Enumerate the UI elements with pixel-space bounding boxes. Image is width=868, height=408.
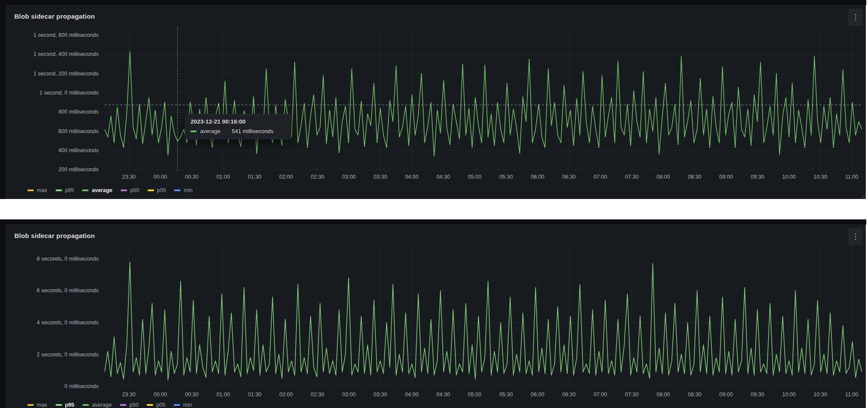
chart-svg bbox=[105, 26, 862, 173]
tooltip-value: 541 milliseconds bbox=[232, 128, 273, 134]
x-tick-label: 11:00 bbox=[839, 173, 865, 180]
x-tick-label: 10:00 bbox=[776, 391, 802, 398]
legend-item-max[interactable]: max bbox=[27, 187, 47, 193]
panel-blob-sidecar-propagation-2: Blob sidecar propagation ⋮ 8 seconds, 0 … bbox=[6, 225, 866, 408]
legend-series-swatch bbox=[27, 404, 34, 406]
legend-series-label: p05 bbox=[157, 187, 166, 193]
legend-series-swatch bbox=[82, 404, 89, 406]
plot-area[interactable]: 2023-12-21 00:16:00 average 541 millisec… bbox=[105, 26, 862, 173]
x-tick-label: 05:30 bbox=[493, 173, 519, 180]
legend-item-p05[interactable]: p05 bbox=[148, 187, 166, 193]
x-tick-label: 07:00 bbox=[587, 173, 613, 180]
legend-series-label: max bbox=[37, 402, 47, 408]
x-tick-label: 04:00 bbox=[399, 391, 425, 398]
chart-svg bbox=[105, 242, 862, 388]
kebab-menu-icon: ⋮ bbox=[852, 13, 859, 21]
x-tick-label: 01:30 bbox=[242, 173, 268, 180]
x-tick-label: 10:30 bbox=[807, 173, 833, 180]
legend-series-label: p05 bbox=[156, 402, 165, 408]
tooltip-series-swatch bbox=[191, 131, 197, 132]
y-tick-label: 6 seconds, 0 milliseconds bbox=[7, 287, 99, 294]
dashboard-row-1: Blob sidecar propagation ⋮ 1 second, 600… bbox=[0, 0, 868, 199]
legend-item-min[interactable]: min bbox=[174, 402, 192, 408]
x-tick-label: 09:30 bbox=[744, 173, 770, 180]
y-tick-label: 1 second, 600 milliseconds bbox=[7, 32, 99, 39]
y-tick-label: 0 milliseconds bbox=[7, 383, 99, 390]
x-tick-label: 06:30 bbox=[556, 173, 582, 180]
x-tick-label: 23:30 bbox=[116, 391, 142, 398]
x-tick-label: 01:00 bbox=[210, 391, 236, 398]
x-tick-label: 10:30 bbox=[807, 391, 833, 398]
x-tick-label: 08:30 bbox=[682, 173, 708, 180]
y-tick-label: 4 seconds, 0 milliseconds bbox=[7, 319, 99, 326]
legend-series-swatch bbox=[147, 404, 153, 406]
x-tick-label: 07:00 bbox=[587, 391, 613, 398]
legend-item-max[interactable]: max bbox=[27, 402, 47, 408]
x-tick-label: 02:30 bbox=[305, 173, 331, 180]
legend-item-p50[interactable]: p50 bbox=[121, 187, 139, 193]
tooltip: 2023-12-21 00:16:00 average 541 millisec… bbox=[185, 114, 291, 139]
x-tick-label: 05:30 bbox=[493, 391, 519, 398]
plot-area[interactable] bbox=[105, 242, 862, 388]
legend-series-swatch bbox=[56, 189, 62, 191]
y-tick-label: 1 second, 400 milliseconds bbox=[7, 51, 99, 58]
dashboard-background-strip bbox=[0, 219, 6, 408]
x-tick-label: 05:00 bbox=[462, 173, 488, 180]
legend-item-p50[interactable]: p50 bbox=[120, 402, 138, 408]
y-tick-label: 8 seconds, 0 milliseconds bbox=[7, 255, 99, 262]
legend-series-label: min bbox=[184, 187, 192, 193]
x-tick-label: 07:30 bbox=[619, 391, 645, 398]
legend-series-swatch bbox=[174, 404, 180, 406]
legend-series-swatch bbox=[121, 189, 127, 191]
series-line bbox=[105, 262, 862, 380]
legend-series-swatch bbox=[56, 404, 62, 406]
dashboard-background-strip bbox=[0, 0, 866, 5]
legend-item-p95[interactable]: p95 bbox=[56, 402, 75, 408]
y-tick-label: 800 milliseconds bbox=[7, 108, 99, 115]
panel-title[interactable]: Blob sidecar propagation bbox=[14, 232, 95, 239]
panel-menu-button[interactable]: ⋮ bbox=[848, 9, 863, 26]
panel-resize-handle[interactable] bbox=[861, 194, 865, 198]
legend-series-label: p50 bbox=[130, 187, 139, 193]
x-tick-label: 08:00 bbox=[650, 173, 676, 180]
legend-series-label: average bbox=[92, 187, 112, 193]
legend-item-p05[interactable]: p05 bbox=[147, 402, 165, 408]
y-tick-label: 200 milliseconds bbox=[7, 166, 99, 173]
x-tick-label: 03:00 bbox=[336, 391, 362, 398]
dashboard-background-strip bbox=[0, 0, 6, 199]
legend-series-swatch bbox=[120, 404, 126, 406]
x-tick-label: 09:30 bbox=[744, 391, 770, 398]
legend-series-swatch bbox=[27, 189, 34, 191]
x-tick-label: 08:00 bbox=[650, 391, 676, 398]
x-tick-label: 03:00 bbox=[336, 173, 362, 180]
y-tick-label: 600 milliseconds bbox=[7, 128, 99, 135]
legend: maxp95averagep50p05min bbox=[27, 186, 193, 194]
x-tick-label: 06:00 bbox=[524, 391, 550, 398]
legend-series-label: average bbox=[92, 402, 112, 408]
legend-series-swatch bbox=[174, 189, 181, 191]
legend-item-average[interactable]: average bbox=[82, 402, 112, 408]
x-tick-label: 02:00 bbox=[273, 391, 299, 398]
series-line bbox=[105, 52, 862, 157]
legend-series-swatch bbox=[148, 189, 154, 191]
y-tick-label: 400 milliseconds bbox=[7, 147, 99, 154]
kebab-menu-icon: ⋮ bbox=[852, 232, 859, 241]
x-tick-label: 01:00 bbox=[210, 173, 236, 180]
legend: maxp95averagep50p05min bbox=[27, 401, 192, 408]
legend-item-p95[interactable]: p95 bbox=[56, 187, 74, 193]
x-tick-label: 03:30 bbox=[367, 391, 393, 398]
x-tick-label: 08:30 bbox=[682, 391, 708, 398]
y-tick-label: 1 second, 200 milliseconds bbox=[7, 70, 99, 77]
legend-item-average[interactable]: average bbox=[82, 187, 112, 193]
legend-series-label: p95 bbox=[65, 402, 75, 408]
x-tick-label: 10:00 bbox=[776, 173, 802, 180]
x-tick-label: 00:30 bbox=[179, 173, 205, 180]
legend-series-swatch bbox=[82, 189, 89, 191]
x-tick-label: 06:00 bbox=[524, 173, 550, 180]
legend-series-label: p95 bbox=[65, 187, 74, 193]
x-tick-label: 03:30 bbox=[367, 173, 393, 180]
legend-item-min[interactable]: min bbox=[174, 187, 192, 193]
x-tick-label: 09:00 bbox=[713, 173, 739, 180]
panel-title[interactable]: Blob sidecar propagation bbox=[14, 13, 95, 20]
legend-series-label: p50 bbox=[129, 402, 138, 408]
